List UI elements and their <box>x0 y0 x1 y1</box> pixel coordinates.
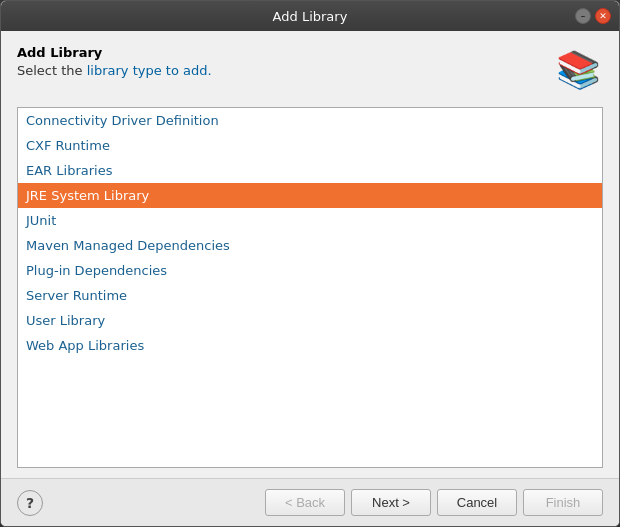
header-section: Add Library Select the library type to a… <box>17 45 603 95</box>
dialog-buttons: < Back Next > Cancel Finish <box>265 489 603 516</box>
header-text: Add Library Select the library type to a… <box>17 45 212 78</box>
cancel-button[interactable]: Cancel <box>437 489 517 516</box>
books-icon: 📚 <box>556 49 601 91</box>
add-library-window: Add Library – ✕ Add Library Select the l… <box>0 0 620 527</box>
list-item-ear[interactable]: EAR Libraries <box>18 158 602 183</box>
title-bar: Add Library – ✕ <box>1 1 619 31</box>
list-item-cxf[interactable]: CXF Runtime <box>18 133 602 158</box>
subtitle-link: library type to add. <box>87 63 212 78</box>
main-content: Add Library Select the library type to a… <box>1 31 619 526</box>
close-button[interactable]: ✕ <box>595 8 611 24</box>
list-item-server[interactable]: Server Runtime <box>18 283 602 308</box>
list-item-plugin[interactable]: Plug-in Dependencies <box>18 258 602 283</box>
window-controls: – ✕ <box>575 8 611 24</box>
list-item-connectivity[interactable]: Connectivity Driver Definition <box>18 108 602 133</box>
back-button[interactable]: < Back <box>265 489 345 516</box>
bottom-section: ? < Back Next > Cancel Finish <box>1 478 619 526</box>
list-item-webapp[interactable]: Web App Libraries <box>18 333 602 358</box>
list-item-jre[interactable]: JRE System Library <box>18 183 602 208</box>
window-title: Add Library <box>273 9 348 24</box>
finish-button[interactable]: Finish <box>523 489 603 516</box>
dialog-title: Add Library <box>17 45 212 60</box>
list-item-user[interactable]: User Library <box>18 308 602 333</box>
library-list[interactable]: Connectivity Driver DefinitionCXF Runtim… <box>17 107 603 468</box>
next-button[interactable]: Next > <box>351 489 431 516</box>
list-item-maven[interactable]: Maven Managed Dependencies <box>18 233 602 258</box>
dialog-subtitle: Select the library type to add. <box>17 63 212 78</box>
minimize-button[interactable]: – <box>575 8 591 24</box>
help-button[interactable]: ? <box>17 490 43 516</box>
header-icon: 📚 <box>553 45 603 95</box>
list-item-junit[interactable]: JUnit <box>18 208 602 233</box>
